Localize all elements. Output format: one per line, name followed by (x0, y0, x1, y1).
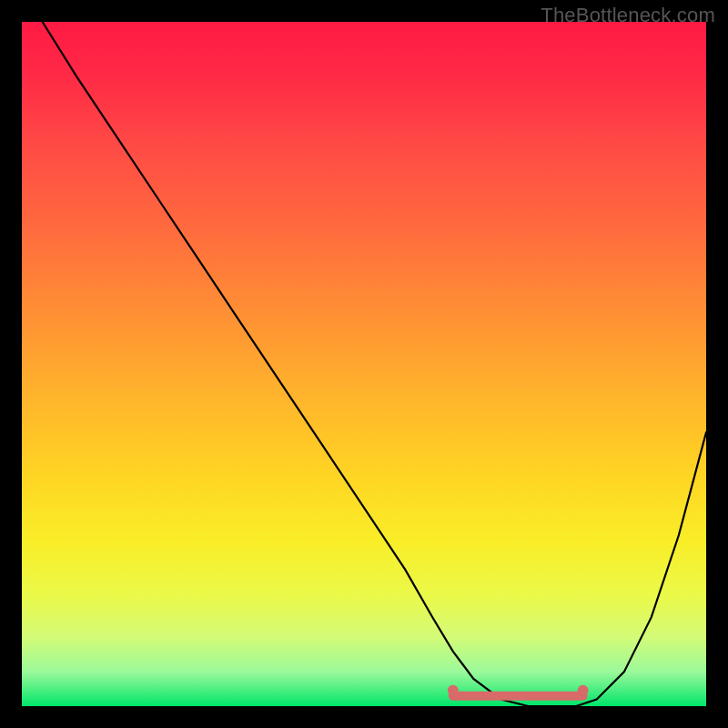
bottleneck-curve (43, 22, 706, 706)
chart-frame: TheBottleneck.com (0, 0, 728, 728)
curve-layer (22, 22, 706, 706)
watermark-text: TheBottleneck.com (541, 4, 715, 27)
curve-endpoint-right (578, 685, 589, 696)
curve-endpoint-left (448, 685, 459, 696)
